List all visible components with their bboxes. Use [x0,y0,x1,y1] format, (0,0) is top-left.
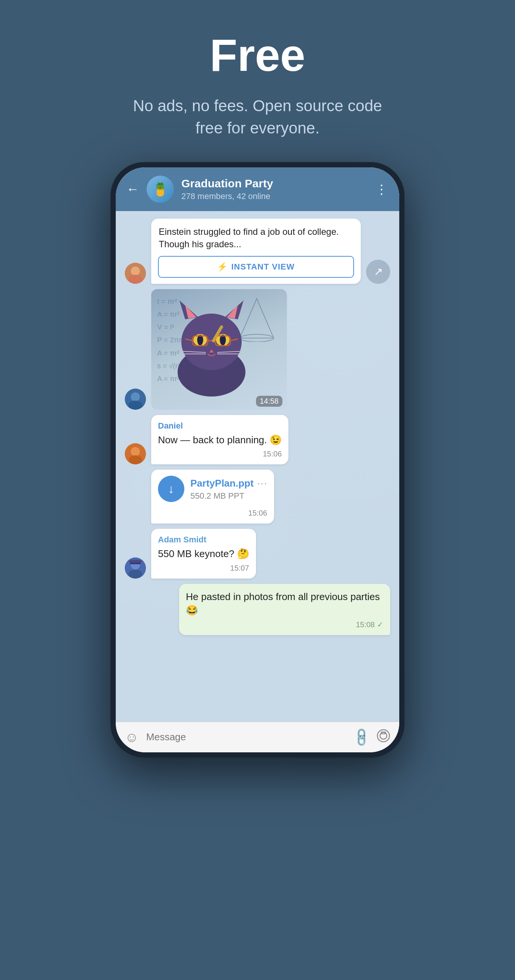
message-time: 14:58 [256,396,282,407]
hero-subtitle: No ads, no fees. Open source code free f… [126,95,389,140]
chat-info: Graduation Party 278 members, 42 online [181,177,368,201]
file-options-button[interactable]: ⋯ [257,477,267,490]
instant-view-label: INSTANT VIEW [231,262,295,272]
group-status: 278 members, 42 online [181,191,368,201]
phone-wrapper: ← 🍍 Graduation Party 278 members, 42 onl… [110,162,405,757]
svg-point-31 [129,455,142,465]
table-row: He pasted in photos from all previous pa… [125,584,390,635]
avatar [125,388,146,410]
file-bubble: ↓ PartyPlan.ppt ⋯ 550.2 MB PPT [151,469,274,523]
message-input[interactable] [146,731,346,743]
table-row: Adam Smidt 550 MB keynote? 🤔 15:07 [125,529,390,578]
message-bubble: Adam Smidt 550 MB keynote? 🤔 15:07 [151,529,256,578]
group-avatar-image: 🍍 [147,176,174,203]
svg-point-2 [129,275,142,284]
table-row: Daniel Now — back to planning. 😉 15:06 [125,415,390,465]
self-message-bubble: He pasted in photos from all previous pa… [179,584,390,635]
sender-name: Daniel [158,421,282,431]
hero-title: Free [0,30,515,80]
sender-name: Adam Smidt [158,535,249,545]
table-row: t = πr²A = πr²V = l³P = 2πrA = πr²s = √(… [125,289,390,410]
download-icon: ↓ [168,482,174,496]
download-button[interactable]: ↓ [158,476,184,502]
file-name: PartyPlan.ppt [190,477,254,489]
more-options-button[interactable]: ⋮ [375,182,389,197]
article-bubble: Einstein struggled to find a job out of … [151,219,361,284]
attach-button[interactable]: 🔗 [350,726,372,748]
messages-list: Einstein struggled to find a job out of … [116,211,399,722]
message-bubble: Daniel Now — back to planning. 😉 15:06 [151,415,289,465]
sticker-image: t = πr²A = πr²V = l³P = 2πrA = πr²s = √(… [151,289,287,410]
message-text: 550 MB keynote? 🤔 [158,547,249,560]
article-preview-text: Einstein struggled to find a job out of … [151,219,361,256]
message-time: 15:07 [230,564,249,573]
svg-point-5 [129,401,142,410]
svg-point-9 [181,313,242,370]
emoji-button[interactable]: ☺ [125,729,139,745]
svg-point-30 [131,447,140,456]
lightning-icon: ⚡ [217,262,227,272]
back-button[interactable]: ← [126,182,139,196]
svg-point-4 [131,392,140,401]
message-time: 15:06 [249,509,267,517]
svg-point-1 [131,266,140,275]
share-button[interactable]: ↗ [366,260,390,284]
message-time: 15:06 [263,450,282,458]
hero-section: Free No ads, no fees. Open source code f… [0,0,515,162]
chat-header: ← 🍍 Graduation Party 278 members, 42 onl… [116,167,399,211]
group-avatar: 🍍 [147,176,174,203]
table-row: ↓ PartyPlan.ppt ⋯ 550.2 MB PPT [125,469,390,523]
message-time: 15:08 [356,620,375,629]
message-input-bar: ☺ 🔗 [116,722,399,752]
phone-inner: ← 🍍 Graduation Party 278 members, 42 onl… [116,167,399,752]
table-row: Einstein struggled to find a job out of … [125,219,390,284]
avatar [125,557,146,579]
chat-body: Einstein struggled to find a job out of … [116,211,399,752]
read-receipt-icon: ✓ [377,620,383,629]
message-text: Now — back to planning. 😉 [158,433,282,447]
svg-point-37 [377,730,389,742]
sticker-container: t = πr²A = πr²V = l³P = 2πrA = πr²s = √(… [151,289,287,410]
instant-view-button[interactable]: ⚡ INSTANT VIEW [158,256,354,278]
avatar [125,443,146,465]
cat-sticker-svg [163,297,260,398]
share-icon: ↗ [374,266,383,278]
phone-frame: ← 🍍 Graduation Party 278 members, 42 onl… [110,162,405,757]
file-size: 550.2 MB PPT [190,491,267,501]
avatar [125,263,146,284]
svg-point-36 [129,560,142,563]
group-name: Graduation Party [181,177,368,190]
message-text: He pasted in photos from all previous pa… [186,590,383,617]
svg-point-34 [129,570,142,579]
camera-button[interactable] [376,729,390,746]
